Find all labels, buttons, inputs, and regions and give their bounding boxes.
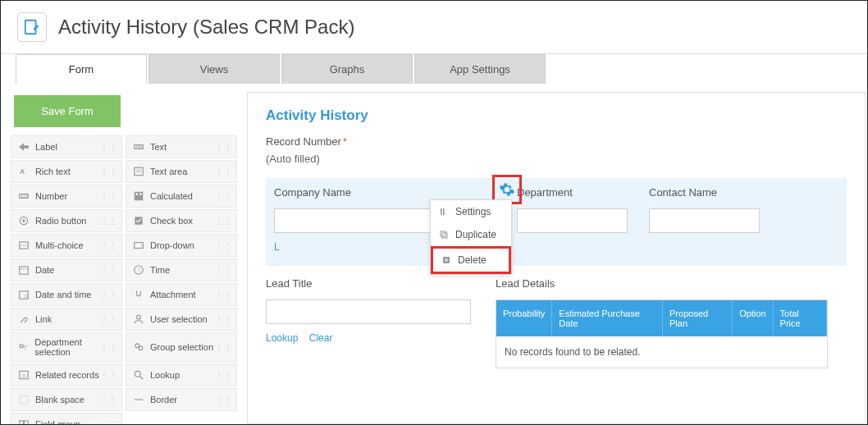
svg-rect-35: [25, 421, 29, 424]
border-icon: [131, 393, 146, 406]
lookup-icon: [131, 368, 146, 382]
palette-lookup[interactable]: Lookup⋮⋮: [126, 363, 237, 386]
tab-graphs[interactable]: Graphs: [281, 54, 413, 84]
grip-icon: ⋮⋮: [100, 241, 118, 250]
grip-icon: ⋮⋮: [215, 143, 233, 152]
radio-button-icon: [16, 214, 31, 227]
palette-related-records[interactable]: Related records⋮⋮: [11, 363, 122, 386]
svg-rect-10: [136, 194, 138, 195]
palette-calculated[interactable]: Calculated⋮⋮: [126, 185, 237, 208]
rich-text-icon: A: [16, 165, 31, 178]
tab-app-settings[interactable]: App Settings: [414, 54, 546, 84]
tab-views[interactable]: Views: [148, 54, 280, 84]
sidebar: Save Form Label⋮⋮ABCText⋮⋮ARich text⋮⋮Te…: [1, 84, 247, 424]
grip-icon: ⋮⋮: [215, 241, 233, 250]
palette-link[interactable]: Link⋮⋮: [11, 308, 122, 331]
palette-text[interactable]: ABCText⋮⋮: [126, 135, 237, 158]
grip-icon: ⋮⋮: [215, 290, 233, 299]
lookup-link[interactable]: Lookup: [266, 332, 298, 344]
related-records-icon: [16, 368, 31, 382]
menu-settings[interactable]: Settings: [431, 200, 511, 223]
delete-icon: [441, 255, 453, 265]
tab-bar: Form Views Graphs App Settings: [1, 54, 867, 84]
palette-department-selection[interactable]: Department selection⋮⋮: [11, 332, 122, 362]
menu-duplicate[interactable]: Duplicate: [431, 223, 511, 246]
time-icon: [131, 263, 146, 276]
department-selection-icon: [16, 340, 30, 354]
svg-point-28: [139, 346, 143, 350]
col-proposed-plan: Proposed Plan: [663, 300, 733, 336]
blank-space-icon: [16, 393, 31, 406]
palette-drop-down[interactable]: Drop-down⋮⋮: [126, 234, 237, 257]
palette-rich-text[interactable]: ARich text⋮⋮: [11, 160, 122, 183]
tab-form[interactable]: Form: [16, 54, 147, 84]
svg-rect-34: [20, 421, 24, 424]
svg-point-22: [25, 295, 28, 299]
svg-rect-11: [139, 194, 141, 195]
svg-point-37: [443, 212, 445, 214]
svg-text:ABC: ABC: [136, 145, 144, 149]
svg-rect-39: [442, 233, 447, 238]
grip-icon: ⋮⋮: [100, 343, 118, 352]
date-icon: [16, 263, 31, 276]
grip-icon: ⋮⋮: [215, 266, 233, 275]
contact-name-input[interactable]: [649, 208, 760, 233]
grip-icon: ⋮⋮: [215, 192, 233, 201]
palette-field-group[interactable]: Field group⋮⋮: [11, 413, 122, 424]
save-form-button[interactable]: Save Form: [14, 95, 121, 127]
grip-icon: ⋮⋮: [100, 217, 118, 226]
date-and-time-icon: [16, 288, 31, 301]
record-number-value: (Auto filled): [266, 153, 847, 165]
number-icon: 123: [16, 190, 31, 203]
col-option: Option: [733, 300, 773, 336]
palette-label[interactable]: Label⋮⋮: [11, 135, 122, 158]
clear-link[interactable]: Clear: [309, 332, 333, 344]
svg-point-23: [137, 315, 141, 319]
field-palette: Label⋮⋮ABCText⋮⋮ARich text⋮⋮Text area⋮⋮1…: [11, 135, 237, 424]
grip-icon: ⋮⋮: [100, 395, 118, 404]
svg-point-30: [135, 371, 140, 377]
gear-menu: Settings Duplicate Delete: [430, 199, 512, 275]
section-title: Activity History: [266, 107, 847, 124]
palette-radio-button[interactable]: Radio button⋮⋮: [11, 209, 122, 232]
grip-icon: ⋮⋮: [215, 217, 233, 226]
palette-time[interactable]: Time⋮⋮: [126, 258, 237, 281]
field-group-icon: [16, 418, 31, 424]
text-icon: ABC: [131, 140, 146, 153]
label-icon: [16, 140, 31, 153]
svg-point-13: [22, 219, 25, 222]
palette-date[interactable]: Date⋮⋮: [11, 258, 122, 281]
text-area-icon: [131, 165, 146, 178]
app-title: Activity History (Sales CRM Pack): [58, 16, 354, 39]
grip-icon: ⋮⋮: [215, 343, 233, 352]
menu-delete[interactable]: Delete: [431, 246, 511, 274]
check-box-icon: [131, 214, 146, 227]
duplicate-icon: [439, 230, 450, 240]
palette-text-area[interactable]: Text area⋮⋮: [126, 160, 237, 183]
palette-user-selection[interactable]: User selection⋮⋮: [126, 308, 237, 331]
palette-check-box[interactable]: Check box⋮⋮: [126, 209, 237, 232]
multi-choice-icon: [16, 239, 31, 252]
palette-border[interactable]: Border⋮⋮: [126, 388, 237, 411]
lead-details-label: Lead Details: [496, 277, 847, 290]
attachment-icon: [131, 288, 146, 301]
palette-number[interactable]: 123Number⋮⋮: [11, 185, 122, 208]
svg-rect-18: [20, 267, 29, 274]
gear-icon[interactable]: [499, 181, 515, 198]
col-total-price: Total Price: [774, 300, 827, 336]
app-header: Activity History (Sales CRM Pack): [1, 1, 867, 54]
palette-date-and-time[interactable]: Date and time⋮⋮: [11, 283, 122, 306]
user-selection-icon: [131, 313, 146, 326]
lead-title-input[interactable]: [266, 299, 471, 324]
grip-icon: ⋮⋮: [215, 371, 233, 380]
svg-rect-32: [20, 395, 27, 403]
calculated-icon: [131, 190, 146, 203]
palette-multi-choice[interactable]: Multi-choice⋮⋮: [11, 234, 122, 257]
form-canvas: Activity History Record Number* (Auto fi…: [247, 92, 866, 424]
palette-group-selection[interactable]: Group selection⋮⋮: [126, 332, 237, 362]
svg-point-36: [441, 210, 442, 212]
palette-attachment[interactable]: Attachment⋮⋮: [126, 283, 237, 306]
svg-rect-0: [25, 21, 36, 34]
palette-blank-space[interactable]: Blank space⋮⋮: [11, 388, 122, 411]
department-input[interactable]: [517, 208, 628, 233]
